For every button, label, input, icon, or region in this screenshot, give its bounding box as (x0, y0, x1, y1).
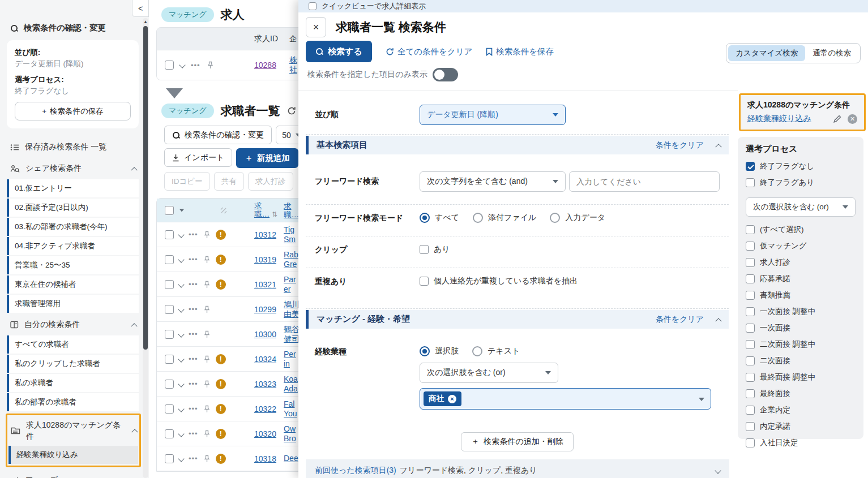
radio-icon[interactable] (473, 213, 483, 223)
sidebar-item[interactable]: 私のクリップした求職者 (7, 355, 139, 373)
process-option-row[interactable]: 二次面接 (746, 356, 856, 366)
sidebar-item[interactable]: 04.非アクティブ求職者 (7, 237, 139, 255)
seeker-row[interactable]: ••• ! 10300 鶴谷 健司 (157, 322, 298, 347)
saved-search-list-header[interactable]: 保存済み検索条件 一覧 (7, 136, 139, 158)
seeker-id-link[interactable]: 10319 (254, 255, 276, 264)
sidebar-item[interactable]: すべての求職者 (7, 335, 139, 354)
clear-section-link[interactable]: 条件をクリア (656, 315, 704, 325)
sidebar-item[interactable]: 営業職・25〜35 (7, 256, 139, 274)
row-checkbox[interactable] (165, 454, 174, 463)
process-checkbox[interactable] (746, 438, 755, 447)
seeker-row[interactable]: ••• ! 10323 Koa Ada (157, 372, 298, 397)
seeker-row[interactable]: ••• ! 10324 Per in (157, 347, 298, 372)
freeword-mode-radio[interactable]: すべて (420, 213, 459, 223)
my-group-header[interactable]: 自分の検索条件 (7, 314, 139, 335)
pin-icon[interactable] (207, 61, 214, 69)
job-id-link[interactable]: 10288 (254, 61, 289, 70)
row-checkbox[interactable] (165, 355, 174, 364)
sidebar-scrollbar[interactable]: ▲ (143, 18, 148, 478)
row-expand-chevron-icon[interactable] (178, 381, 184, 387)
clear-all-conditions-link[interactable]: 全ての条件をクリア (386, 46, 473, 57)
process-checkbox[interactable] (746, 291, 755, 300)
row-more-actions-icon[interactable]: ••• (189, 305, 198, 313)
sidebar-item-industry-filter[interactable]: 経験業種絞り込み (8, 446, 138, 464)
row-more-actions-icon[interactable]: ••• (189, 280, 198, 288)
pin-icon[interactable] (203, 231, 211, 239)
sidebar-item[interactable]: 東京在住の候補者 (7, 275, 139, 294)
flag-checkbox[interactable] (746, 162, 755, 171)
seeker-id-link[interactable]: 10324 (254, 355, 276, 364)
pin-icon[interactable] (203, 380, 211, 388)
execute-search-button[interactable]: 検索する (306, 41, 372, 62)
save-search-conditions-button[interactable]: + 検索条件の保存 (15, 102, 131, 120)
row-expand-chevron-icon[interactable] (178, 231, 184, 238)
pin-icon[interactable] (203, 430, 211, 438)
seeker-name-link[interactable]: Dee (284, 454, 298, 463)
row-more-actions-icon[interactable]: ••• (189, 355, 198, 363)
process-option-row[interactable]: 一次面接 調整中 (746, 307, 856, 317)
sidebar-item[interactable]: 私の部署の求職者 (7, 393, 139, 411)
seeker-row[interactable]: ••• ! 10319 Rab Gre (157, 247, 298, 272)
process-option-row[interactable]: 最終面接 調整中 (746, 372, 856, 382)
pin-icon[interactable] (203, 281, 211, 288)
pin-icon[interactable] (203, 355, 211, 363)
collapse-section-chevron-icon[interactable] (715, 318, 721, 324)
process-option-row[interactable]: 企業内定 (746, 405, 856, 415)
sidebar-collapse-button[interactable]: < (132, 0, 149, 17)
process-option-row[interactable]: 二次面接 調整中 (746, 339, 856, 350)
row-expand-chevron-icon[interactable] (178, 331, 184, 337)
sort-order-select[interactable]: データ更新日 (降順) (420, 105, 566, 125)
process-option-row[interactable]: 書類推薦 (746, 290, 856, 300)
row-expand-chevron-icon[interactable] (178, 306, 184, 312)
sidebar-item[interactable]: 求職管理簿用 (7, 295, 139, 313)
process-flag-row[interactable]: 終了フラグなし (746, 161, 856, 171)
search-mode-tab[interactable]: 通常の検索 (805, 45, 858, 61)
sidebar-item[interactable]: 私の求職者 (7, 374, 139, 392)
company-name-link[interactable]: 株 社 (289, 55, 298, 75)
process-option-row[interactable]: 求人打診 (746, 257, 856, 268)
pin-icon[interactable] (203, 256, 211, 264)
row-expand-chevron-icon[interactable] (178, 406, 184, 412)
pin-icon[interactable] (203, 405, 211, 413)
sort-icon[interactable]: ⇅ (272, 210, 277, 218)
pin-icon[interactable] (203, 330, 211, 338)
seeker-name-link[interactable]: Fal You (284, 399, 298, 419)
duplicate-checkbox-row[interactable]: 個人連絡先が重複している求職者を抽出 (420, 275, 578, 287)
add-new-button[interactable]: ＋ 新規追加 (236, 148, 298, 168)
row-checkbox[interactable] (165, 380, 174, 389)
import-button[interactable]: インポート (164, 148, 232, 167)
process-option-row[interactable]: 内定承諾 (746, 421, 856, 432)
seeker-id-link[interactable]: 10322 (254, 404, 276, 414)
flag-checkbox[interactable] (746, 178, 755, 187)
row-expand-chevron-icon[interactable] (178, 281, 184, 287)
seeker-id-link[interactable]: 10320 (254, 429, 276, 438)
duplicate-checkbox[interactable] (420, 277, 429, 286)
industry-mode-radio[interactable]: テキスト (472, 346, 520, 356)
row-more-actions-icon[interactable]: ••• (189, 404, 198, 413)
matching-condition-link[interactable]: 経験業種絞り込み (747, 114, 833, 124)
row-more-actions-icon[interactable]: ••• (189, 330, 198, 338)
row-checkbox[interactable] (165, 330, 174, 339)
company-column-header[interactable]: 企 (289, 34, 297, 44)
row-checkbox[interactable] (165, 429, 174, 438)
close-panel-button[interactable]: × (306, 17, 326, 37)
select-all-checkbox[interactable] (165, 206, 174, 215)
seeker-name-link[interactable]: Par er (284, 275, 298, 294)
job-id-column-header[interactable]: 求人ID (254, 34, 289, 44)
radio-icon[interactable] (420, 346, 430, 356)
row-more-actions-icon[interactable]: ••• (189, 255, 198, 264)
quickview-checkbox[interactable] (309, 2, 317, 10)
radio-icon[interactable] (420, 213, 430, 223)
row-more-actions-icon[interactable]: ••• (189, 380, 198, 388)
seeker-name-link[interactable]: 鶴谷 健司 (284, 325, 298, 344)
seeker-id-link[interactable]: 10318 (254, 454, 276, 463)
freeword-mode-radio[interactable]: 入力データ (550, 213, 605, 223)
seeker-name-link[interactable]: Tig Sm (284, 225, 298, 244)
sidebar-item[interactable]: 01.仮エントリー (7, 179, 139, 197)
add-remove-conditions-button[interactable]: ＋ 検索条件の追加・削除 (461, 432, 573, 451)
page-size-select[interactable]: 50 (276, 126, 298, 144)
seeker-row[interactable]: ••• ! 10322 Fal You (157, 397, 298, 421)
process-flag-row[interactable]: 終了フラグあり (746, 178, 856, 188)
expand-chevron-icon[interactable] (715, 467, 721, 473)
industry-multiselect[interactable]: 商社 × (420, 388, 711, 410)
